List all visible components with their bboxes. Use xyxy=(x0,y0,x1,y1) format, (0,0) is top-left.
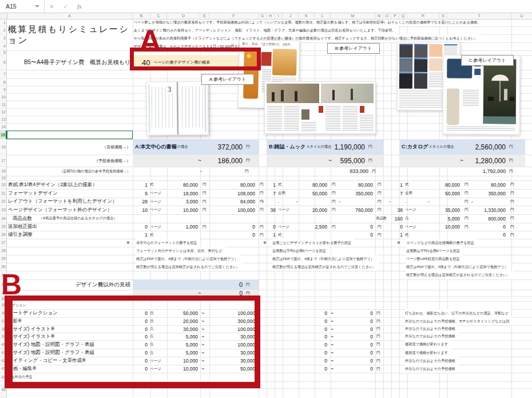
option-sub-min[interactable]: 0 xyxy=(296,357,327,365)
qty-b[interactable]: 1 xyxy=(261,180,276,189)
row-header-19[interactable]: 19 xyxy=(0,176,7,180)
col-header-e[interactable]: E xyxy=(200,13,209,19)
amount-c[interactable]: 0 xyxy=(471,231,506,239)
item-label[interactable]: 表紙:表1/表4デザイン（2案以上の提案） xyxy=(8,180,97,189)
row-header-27[interactable]: 27 xyxy=(0,239,7,247)
qty-b[interactable]: - xyxy=(262,198,264,206)
option-sub-min[interactable]: 0 xyxy=(296,309,327,317)
price-b[interactable]: 50,000 xyxy=(296,189,327,198)
row-header-20[interactable]: 20 xyxy=(0,180,7,189)
note-b-2[interactable]: 企画数は平均1企画6ページを想定 xyxy=(272,247,329,255)
option-sub-max[interactable]: 0 xyxy=(339,325,373,333)
col-header-a[interactable]: A xyxy=(7,13,133,19)
qty-c[interactable]: - xyxy=(389,198,391,206)
intro-line-2[interactable]: あくまでデザイン費のみの見積もり。アートディレクション、撮影、イラスト、地図・グ… xyxy=(134,26,399,34)
scenario-a-min[interactable]: 186,000 xyxy=(204,155,243,167)
row-header-12[interactable]: 12 xyxy=(0,108,7,116)
price-b[interactable]: - xyxy=(296,198,298,206)
price-c[interactable]: 10,000 xyxy=(428,223,460,231)
row-header-3[interactable]: 3 xyxy=(0,34,7,42)
col-header-c[interactable]: C xyxy=(150,13,167,19)
price-c[interactable]: 50,000 xyxy=(428,189,460,198)
item-label[interactable]: ページデザイン（フォーマット外のデザイン） xyxy=(8,206,112,214)
option-sub-min[interactable]: 0 xyxy=(296,325,327,333)
qty-c[interactable]: 160 xyxy=(388,214,403,223)
row-header-2[interactable]: 2 xyxy=(0,26,7,34)
note-a-4[interactable]: 校正数が増える場合は追加校正が足されるのでご注意ください。 xyxy=(136,263,243,271)
periodical-label[interactable]: （定期刊行物の場合の参考予想見積価格→） xyxy=(11,167,130,176)
amount-a[interactable]: 0 xyxy=(212,223,255,231)
col-header-l[interactable]: L xyxy=(315,13,331,19)
note-b-3[interactable]: 校正はPDFで提出、4校まで（印刷方法により追加で色校アリ） xyxy=(272,255,377,263)
row-header-11[interactable]: 11 xyxy=(0,101,7,108)
price-a[interactable]: 3,000 xyxy=(167,198,198,206)
note-a-1[interactable]: 本文中心のフォーマットの冊子を想定 xyxy=(136,239,200,247)
price-a[interactable]: 80,000 xyxy=(167,180,198,189)
col-header-r[interactable]: R xyxy=(407,13,439,19)
amount-c[interactable]: - xyxy=(471,198,473,206)
qty-c[interactable]: 1 xyxy=(388,231,403,239)
col-header-b[interactable]: B xyxy=(133,13,150,19)
qty-a[interactable]: 28 xyxy=(133,198,148,206)
select-all-corner[interactable] xyxy=(0,13,7,19)
row-header-25[interactable]: 25 xyxy=(0,223,7,231)
row-header-24[interactable]: 24 xyxy=(0,214,7,223)
note-c-5[interactable]: 校正数が増える場合は追加校正が足されるのでご注意ください。 xyxy=(406,271,513,279)
row-header-29[interactable]: 29 xyxy=(0,255,7,263)
price-b[interactable]: 80,000 xyxy=(296,180,327,189)
other-estimate-label[interactable]: デザイン費以外の見積 xyxy=(23,279,130,290)
row-header-23[interactable]: 23 xyxy=(0,206,7,214)
col-header-n[interactable]: N xyxy=(375,13,383,19)
amount-c[interactable]: 0 xyxy=(471,223,506,231)
price-a[interactable]: 10,000 xyxy=(167,206,198,214)
qty-c[interactable]: 0 xyxy=(388,223,403,231)
amount-b[interactable]: 760,000 xyxy=(339,206,373,214)
option-sub-max[interactable]: 0 xyxy=(339,349,373,357)
qty-a[interactable]: 10 xyxy=(133,206,148,214)
price-c[interactable]: 5,000 xyxy=(428,214,460,223)
row-header-13[interactable]: 13 xyxy=(0,116,7,123)
option-sub-max[interactable]: 0 xyxy=(339,365,373,373)
qty-c[interactable]: 1 xyxy=(388,180,403,189)
row-header-14[interactable]: 14 xyxy=(0,123,7,131)
qty-b[interactable]: 0 xyxy=(261,223,276,231)
name-box[interactable]: A15 xyxy=(0,0,45,13)
row-header-8[interactable]: 8 xyxy=(0,78,7,86)
option-sub-max[interactable]: 0 xyxy=(339,317,373,325)
row-header-22[interactable]: 22 xyxy=(0,198,7,206)
row-header-4[interactable]: 4 xyxy=(0,42,7,50)
qty-a[interactable]: 0 xyxy=(133,223,148,231)
col-header-s[interactable]: S xyxy=(439,13,447,19)
price-b[interactable]: 20,000 xyxy=(296,206,327,214)
col-header-h[interactable]: H xyxy=(267,13,275,19)
amount-b[interactable]: 80,000 xyxy=(339,180,373,189)
chevron-down-icon[interactable] xyxy=(35,5,39,7)
price-c[interactable]: 35,000 xyxy=(428,206,460,214)
qty-a[interactable]: 1 xyxy=(133,231,148,239)
col-header-q[interactable]: Q xyxy=(399,13,407,19)
scenario-a-name[interactable]: A:本文中心の書籍 xyxy=(135,143,177,151)
col-header-k[interactable]: K xyxy=(299,13,315,19)
col-header-f[interactable]: F xyxy=(209,13,259,19)
item-label[interactable]: 商品点数 xyxy=(13,214,32,223)
intro-line-3[interactable]: やり取り回数が多めの商業利用冊子（クライアントなどによってチェックする人や部署が… xyxy=(134,34,481,42)
enter-icon[interactable]: ✓ xyxy=(58,3,72,10)
row-header-9[interactable]: 9 xyxy=(0,86,7,93)
amount-b[interactable]: 350,000 xyxy=(339,189,373,198)
qty-a[interactable]: 1 xyxy=(133,180,148,189)
item-label[interactable]: 追加校正提出 xyxy=(8,223,37,231)
item-label[interactable]: レイアウト（フォーマットを利用したデザイン） xyxy=(8,198,117,206)
qty-b[interactable]: 1 xyxy=(261,231,276,239)
item-label[interactable]: フォーマットデザイン xyxy=(8,189,58,198)
amount-b[interactable]: 0 xyxy=(339,223,373,231)
scenario-b-estimate[interactable]: 1,190,000 xyxy=(309,139,365,155)
row-header-10[interactable]: 10 xyxy=(0,93,7,101)
note-c-3[interactable]: ページ数x4件程度の商品数を想定 xyxy=(406,255,463,263)
note-c-4[interactable]: 校正はPDFで提出、5校まで（印刷方法により追加で色校アリ） xyxy=(406,263,511,271)
qty-c[interactable]: 38 xyxy=(388,206,403,214)
row-header-1[interactable]: 1 xyxy=(0,19,7,26)
amount-c[interactable]: 350,000 xyxy=(471,189,506,198)
option-sub-min[interactable]: 0 xyxy=(296,340,327,349)
qty-c[interactable]: 7 xyxy=(388,189,403,198)
option-sub-max[interactable]: 0 xyxy=(339,340,373,349)
